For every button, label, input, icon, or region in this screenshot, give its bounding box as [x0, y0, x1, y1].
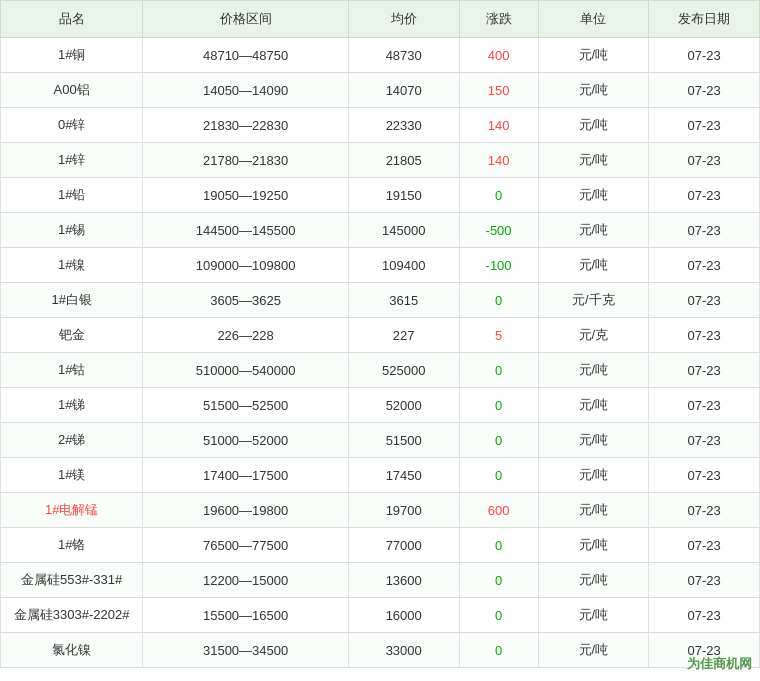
- cell-name: 金属硅3303#-2202#: [1, 598, 143, 633]
- table-row: 1#锑 51500—52500 52000 0 元/吨 07-23: [1, 388, 760, 423]
- cell-avg: 16000: [348, 598, 459, 633]
- cell-date: 07-23: [649, 318, 760, 353]
- cell-unit: 元/吨: [538, 178, 649, 213]
- table-row: A00铝 14050—14090 14070 150 元/吨 07-23: [1, 73, 760, 108]
- cell-unit: 元/吨: [538, 563, 649, 598]
- cell-price-range: 3605—3625: [143, 283, 349, 318]
- cell-avg: 21805: [348, 143, 459, 178]
- cell-price-range: 17400—17500: [143, 458, 349, 493]
- header-date: 发布日期: [649, 1, 760, 38]
- table-row: 1#锌 21780—21830 21805 140 元/吨 07-23: [1, 143, 760, 178]
- table-row: 钯金 226—228 227 5 元/克 07-23: [1, 318, 760, 353]
- cell-date: 07-23: [649, 388, 760, 423]
- cell-date: 07-23: [649, 353, 760, 388]
- metals-price-table: 品名 价格区间 均价 涨跌 单位 发布日期 1#铜 48710—48750 48…: [0, 0, 760, 668]
- cell-price-range: 226—228: [143, 318, 349, 353]
- cell-unit: 元/吨: [538, 353, 649, 388]
- table-row: 1#铜 48710—48750 48730 400 元/吨 07-23: [1, 38, 760, 73]
- cell-unit: 元/吨: [538, 633, 649, 668]
- cell-unit: 元/吨: [538, 143, 649, 178]
- cell-avg: 13600: [348, 563, 459, 598]
- table-row: 1#铅 19050—19250 19150 0 元/吨 07-23: [1, 178, 760, 213]
- cell-date: 07-23: [649, 598, 760, 633]
- table-row: 1#钴 510000—540000 525000 0 元/吨 07-23: [1, 353, 760, 388]
- cell-avg: 227: [348, 318, 459, 353]
- cell-price-range: 15500—16500: [143, 598, 349, 633]
- cell-date: 07-23: [649, 73, 760, 108]
- cell-name: 1#铜: [1, 38, 143, 73]
- cell-price-range: 48710—48750: [143, 38, 349, 73]
- cell-price-range: 51500—52500: [143, 388, 349, 423]
- cell-change: 0: [459, 528, 538, 563]
- cell-price-range: 14050—14090: [143, 73, 349, 108]
- cell-avg: 52000: [348, 388, 459, 423]
- cell-avg: 109400: [348, 248, 459, 283]
- table-row: 金属硅553#-331# 12200—15000 13600 0 元/吨 07-…: [1, 563, 760, 598]
- table-header-row: 品名 价格区间 均价 涨跌 单位 发布日期: [1, 1, 760, 38]
- cell-unit: 元/吨: [538, 388, 649, 423]
- table-row: 0#锌 21830—22830 22330 140 元/吨 07-23: [1, 108, 760, 143]
- header-name: 品名: [1, 1, 143, 38]
- cell-price-range: 144500—145500: [143, 213, 349, 248]
- cell-name: 0#锌: [1, 108, 143, 143]
- cell-name: 1#锡: [1, 213, 143, 248]
- table-row: 1#白银 3605—3625 3615 0 元/千克 07-23: [1, 283, 760, 318]
- cell-price-range: 19050—19250: [143, 178, 349, 213]
- cell-unit: 元/千克: [538, 283, 649, 318]
- cell-price-range: 21780—21830: [143, 143, 349, 178]
- cell-name: 1#锑: [1, 388, 143, 423]
- header-avg: 均价: [348, 1, 459, 38]
- cell-unit: 元/吨: [538, 423, 649, 458]
- cell-date: 07-23: [649, 283, 760, 318]
- cell-price-range: 19600—19800: [143, 493, 349, 528]
- cell-name: 1#白银: [1, 283, 143, 318]
- cell-date: 07-23: [649, 248, 760, 283]
- table-row: 金属硅3303#-2202# 15500—16500 16000 0 元/吨 0…: [1, 598, 760, 633]
- cell-avg: 33000: [348, 633, 459, 668]
- cell-avg: 48730: [348, 38, 459, 73]
- table-row: 氯化镍 31500—34500 33000 0 元/吨 07-23: [1, 633, 760, 668]
- table-row: 1#铬 76500—77500 77000 0 元/吨 07-23: [1, 528, 760, 563]
- cell-change: 150: [459, 73, 538, 108]
- cell-price-range: 51000—52000: [143, 423, 349, 458]
- cell-price-range: 109000—109800: [143, 248, 349, 283]
- cell-unit: 元/吨: [538, 73, 649, 108]
- table-row: 2#锑 51000—52000 51500 0 元/吨 07-23: [1, 423, 760, 458]
- cell-change: 0: [459, 423, 538, 458]
- cell-price-range: 31500—34500: [143, 633, 349, 668]
- cell-unit: 元/吨: [538, 598, 649, 633]
- cell-change: 0: [459, 353, 538, 388]
- cell-name: 1#电解锰: [1, 493, 143, 528]
- cell-name: 1#镍: [1, 248, 143, 283]
- cell-avg: 17450: [348, 458, 459, 493]
- cell-date: 07-23: [649, 563, 760, 598]
- cell-date: 07-23: [649, 213, 760, 248]
- cell-name: 1#钴: [1, 353, 143, 388]
- cell-avg: 3615: [348, 283, 459, 318]
- cell-change: -100: [459, 248, 538, 283]
- cell-change: 0: [459, 283, 538, 318]
- header-unit: 单位: [538, 1, 649, 38]
- header-change: 涨跌: [459, 1, 538, 38]
- cell-unit: 元/吨: [538, 248, 649, 283]
- cell-name: 1#铅: [1, 178, 143, 213]
- cell-price-range: 76500—77500: [143, 528, 349, 563]
- cell-date: 07-23: [649, 143, 760, 178]
- cell-name: 氯化镍: [1, 633, 143, 668]
- cell-change: 0: [459, 598, 538, 633]
- cell-avg: 14070: [348, 73, 459, 108]
- table-row: 1#电解锰 19600—19800 19700 600 元/吨 07-23: [1, 493, 760, 528]
- cell-date: 07-23: [649, 38, 760, 73]
- cell-name: 2#锑: [1, 423, 143, 458]
- cell-date: 07-23: [649, 528, 760, 563]
- cell-avg: 77000: [348, 528, 459, 563]
- cell-avg: 145000: [348, 213, 459, 248]
- cell-price-range: 21830—22830: [143, 108, 349, 143]
- cell-unit: 元/吨: [538, 528, 649, 563]
- cell-avg: 525000: [348, 353, 459, 388]
- cell-change: 0: [459, 563, 538, 598]
- cell-unit: 元/吨: [538, 38, 649, 73]
- cell-change: 0: [459, 178, 538, 213]
- cell-unit: 元/吨: [538, 108, 649, 143]
- cell-avg: 22330: [348, 108, 459, 143]
